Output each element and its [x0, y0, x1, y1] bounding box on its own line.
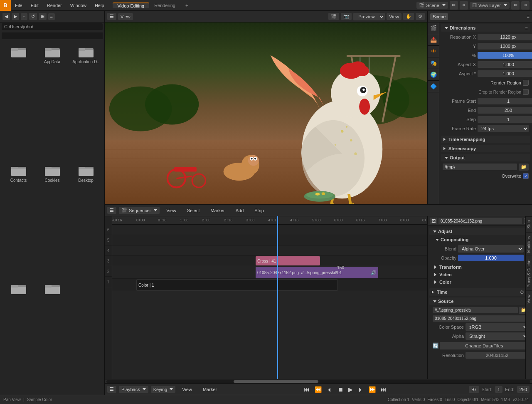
- props-icon-scene[interactable]: 🎭: [428, 57, 439, 69]
- playback-stop-btn[interactable]: ⏹: [336, 386, 345, 393]
- aspect-y-input[interactable]: [478, 70, 532, 77]
- clip-mute-icon[interactable]: 🔊: [371, 270, 377, 275]
- menu-render[interactable]: Render: [43, 0, 66, 10]
- vp-render-btn[interactable]: 🎬: [328, 13, 339, 20]
- frame-end-bottom[interactable]: 250: [517, 386, 530, 393]
- props-icon-output[interactable]: 📤: [428, 34, 439, 46]
- seq-type-dropdown[interactable]: 🎬 Sequencer: [119, 207, 160, 214]
- path-input[interactable]: [2, 23, 103, 30]
- seq-strip-menu[interactable]: Strip: [250, 208, 268, 213]
- seq-menu-btn[interactable]: ☰: [107, 207, 116, 214]
- adjust-header[interactable]: Adjust: [429, 228, 530, 235]
- color-space-dropdown[interactable]: sRGB: [466, 323, 529, 331]
- stereoscopy-header[interactable]: Stereoscopy: [441, 145, 530, 152]
- dimensions-header[interactable]: Dimensions ≡: [441, 24, 530, 32]
- frame-end-input[interactable]: [478, 107, 532, 114]
- workspace-tab-video-editing[interactable]: Video Editing: [113, 2, 150, 8]
- file-item-8[interactable]: [36, 280, 68, 392]
- scene-selector[interactable]: 🎬 Scene: [416, 2, 448, 9]
- playback-jump-start-btn[interactable]: ⏮: [303, 386, 311, 393]
- render-region-checkbox[interactable]: [523, 80, 529, 86]
- preview-dropdown[interactable]: Preview: [353, 13, 385, 20]
- alpha-dropdown[interactable]: Straight: [466, 332, 529, 340]
- source-header[interactable]: Source ≡: [429, 297, 530, 305]
- menu-file[interactable]: File: [11, 0, 27, 10]
- seq-playhead[interactable]: [277, 216, 278, 379]
- properties-menu-btn[interactable]: ≡: [527, 14, 530, 19]
- bottom-view-menu[interactable]: View: [178, 387, 196, 392]
- frame-step-input[interactable]: [478, 116, 532, 123]
- current-frame-display[interactable]: 97: [469, 386, 479, 393]
- output-path-input[interactable]: [443, 164, 517, 170]
- resolution-x-input[interactable]: [478, 34, 532, 40]
- menu-window[interactable]: Window: [66, 0, 91, 10]
- props-icon-object[interactable]: 🔷: [428, 81, 439, 92]
- bottom-menu-btn[interactable]: ☰: [107, 386, 116, 393]
- file-item-application[interactable]: Application D..: [70, 43, 102, 160]
- nav-forward-btn[interactable]: ▶: [12, 13, 19, 20]
- side-tab-modifiers[interactable]: Modifiers: [526, 232, 532, 256]
- compositing-header[interactable]: Compositing: [432, 236, 530, 243]
- source-file-input[interactable]: [433, 315, 529, 322]
- file-item-appdata[interactable]: AppData: [36, 43, 68, 160]
- vp-hand-btn[interactable]: ✋: [403, 13, 414, 20]
- clip-image[interactable]: 01085-2048x1152.png: //...\spring_pressk…: [256, 267, 378, 278]
- scene-edit-btn[interactable]: ✏: [450, 1, 458, 10]
- file-item-cookies[interactable]: Cookies: [36, 162, 68, 279]
- nav-up-btn[interactable]: ↑: [21, 13, 27, 20]
- viewlayer-edit-btn[interactable]: ✏: [511, 1, 520, 10]
- workspace-tab-add[interactable]: +: [180, 3, 193, 8]
- blend-dropdown[interactable]: Alpha Over: [458, 245, 524, 253]
- strip-name-input[interactable]: [438, 218, 522, 224]
- resolution-y-input[interactable]: [478, 43, 532, 50]
- clip-color[interactable]: Color | 1: [136, 279, 338, 291]
- playback-prev-btn[interactable]: ⏴: [325, 386, 334, 393]
- seq-timeline[interactable]: -0+16 0+00 0+16 1+08 2+00 2+16 3+08 4+01…: [112, 216, 427, 379]
- vp-view2-btn[interactable]: View: [387, 13, 401, 20]
- playback-step-fwd-btn[interactable]: ⏩: [367, 386, 377, 393]
- side-tab-view[interactable]: View: [526, 291, 532, 307]
- playback-next-btn[interactable]: ⏵: [357, 386, 365, 393]
- nav-reload-btn[interactable]: ↺: [29, 13, 37, 20]
- frame-rate-dropdown[interactable]: 24 fps: [478, 125, 529, 132]
- vp-camera-btn[interactable]: 📷: [341, 13, 352, 20]
- menu-edit[interactable]: Edit: [27, 0, 43, 10]
- frame-start-bottom[interactable]: 1: [495, 386, 502, 393]
- clip-cross[interactable]: Cross | 41: [256, 256, 320, 265]
- playback-step-back-btn[interactable]: ⏪: [313, 386, 323, 393]
- viewport[interactable]: [105, 22, 427, 204]
- output-path-browse-btn[interactable]: 📁: [519, 164, 529, 171]
- file-item-contacts[interactable]: Contacts: [2, 162, 34, 279]
- seq-add-menu[interactable]: Add: [232, 208, 248, 213]
- file-item-7[interactable]: [2, 280, 34, 392]
- workspace-tab-rendering[interactable]: Rendering: [149, 3, 180, 8]
- vp-view-btn[interactable]: View: [118, 13, 133, 20]
- bottom-marker-menu[interactable]: Marker: [199, 387, 221, 392]
- resolution-pct-input[interactable]: [478, 52, 532, 59]
- crop-region-checkbox[interactable]: [523, 89, 529, 95]
- seq-hscrollbar[interactable]: [105, 379, 532, 383]
- viewlayer-selector[interactable]: 🎞 View Layer: [470, 2, 510, 9]
- color-header[interactable]: Color: [432, 278, 530, 286]
- seq-marker-menu[interactable]: Marker: [206, 208, 229, 213]
- seq-view-menu[interactable]: View: [162, 208, 180, 213]
- transform-header[interactable]: Transform: [432, 263, 530, 271]
- search-input[interactable]: [2, 32, 103, 39]
- props-icon-view[interactable]: 👁: [428, 46, 439, 57]
- change-data-btn[interactable]: Change Data/Files: [440, 342, 529, 349]
- nav-back-btn[interactable]: ◀: [2, 13, 10, 20]
- props-icon-world[interactable]: 🌍: [428, 69, 439, 81]
- playback-dropdown[interactable]: Playback: [119, 386, 148, 393]
- source-dir-input[interactable]: [433, 307, 518, 313]
- overwrite-checkbox[interactable]: ✓: [523, 173, 529, 179]
- keying-dropdown[interactable]: Keying: [151, 386, 176, 393]
- frame-start-input[interactable]: [478, 98, 532, 104]
- viewlayer-delete-btn[interactable]: ✕: [521, 1, 530, 10]
- opacity-input[interactable]: [458, 255, 524, 261]
- time-header[interactable]: Time ⏱ ≡: [429, 288, 530, 296]
- playback-play-btn[interactable]: ▶: [347, 386, 354, 393]
- seq-hscrollbar-thumb[interactable]: [234, 380, 318, 383]
- dimensions-menu-icon[interactable]: ≡: [525, 25, 528, 30]
- file-item-desktop[interactable]: Desktop: [70, 162, 102, 279]
- side-tab-strip[interactable]: Strip: [526, 216, 532, 232]
